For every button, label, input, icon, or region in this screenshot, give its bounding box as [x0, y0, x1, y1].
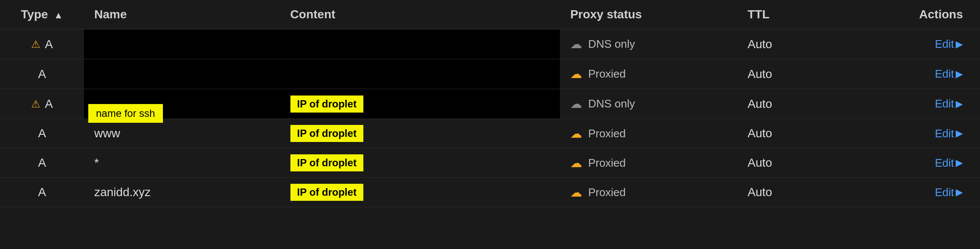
type-cell: A [0, 59, 84, 89]
proxy-cell: ☁ Proxied [560, 178, 737, 207]
cloud-proxied-icon: ☁ [570, 127, 582, 141]
proxy-cell: ☁ Proxied [560, 148, 737, 178]
content-cell: IP of droplet [280, 119, 560, 148]
content-cell: IP of droplet [280, 89, 560, 119]
type-cell: A [0, 148, 84, 178]
edit-arrow-icon: ▶ [956, 128, 963, 139]
col-header-actions: Actions [840, 0, 980, 29]
name-cell [84, 59, 280, 89]
table-row: A ☁ Proxied Auto E [0, 59, 980, 89]
content-badge: IP of droplet [290, 96, 364, 113]
content-cell [280, 29, 560, 59]
cloud-dns-icon: ☁ [570, 37, 582, 51]
name-cell: zanidd.xyz [84, 178, 280, 207]
ttl-cell: Auto [737, 148, 840, 178]
edit-arrow-icon: ▶ [956, 69, 963, 80]
type-cell: A [0, 119, 84, 148]
actions-cell: Edit ▶ [840, 59, 980, 89]
actions-cell: Edit ▶ [840, 178, 980, 207]
type-label: Type [21, 8, 48, 21]
ttl-cell: Auto [737, 89, 840, 119]
edit-button[interactable]: Edit ▶ [850, 127, 963, 140]
ttl-cell: Auto [737, 29, 840, 59]
table-row: A www IP of droplet ☁ Proxied Auto Edit [0, 119, 980, 148]
proxy-status-label: Proxied [588, 156, 626, 170]
ttl-cell: Auto [737, 119, 840, 148]
dns-records-table: Type ▲ Name Content Proxy status TTL Act… [0, 0, 980, 249]
proxy-status-label: DNS only [588, 97, 635, 110]
cloud-proxied-icon: ☁ [570, 156, 582, 170]
cloud-dns-icon: ☁ [570, 97, 582, 111]
edit-button[interactable]: Edit ▶ [850, 38, 963, 51]
content-cell: IP of droplet [280, 178, 560, 207]
edit-arrow-icon: ▶ [956, 98, 963, 110]
ttl-cell: Auto [737, 178, 840, 207]
ttl-cell: Auto [737, 59, 840, 89]
proxy-cell: ☁ DNS only [560, 29, 737, 59]
proxy-cell: ☁ Proxied [560, 119, 737, 148]
edit-button[interactable]: Edit ▶ [850, 67, 963, 81]
edit-label: Edit [935, 97, 954, 110]
proxy-status-label: Proxied [588, 186, 626, 199]
name-cell: www [84, 119, 280, 148]
name-cell: name for ssh [84, 89, 280, 119]
table-row: A * IP of droplet ☁ Proxied Auto Edit [0, 148, 980, 178]
type-cell: A [0, 178, 84, 207]
record-type: A [45, 97, 53, 111]
record-type: A [45, 38, 53, 51]
actions-cell: Edit ▶ [840, 89, 980, 119]
actions-cell: Edit ▶ [840, 148, 980, 178]
name-cell: * [84, 148, 280, 178]
name-cell [84, 29, 280, 59]
content-badge: IP of droplet [290, 125, 364, 142]
col-header-type[interactable]: Type ▲ [0, 0, 84, 29]
edit-arrow-icon: ▶ [956, 39, 963, 50]
sort-arrow-icon: ▲ [54, 10, 63, 21]
col-header-name: Name [84, 0, 280, 29]
cloud-proxied-icon: ☁ [570, 67, 582, 81]
record-type: A [38, 67, 46, 81]
edit-label: Edit [935, 156, 954, 170]
actions-cell: Edit ▶ [840, 119, 980, 148]
warning-icon: ⚠ [31, 98, 41, 110]
edit-arrow-icon: ▶ [956, 157, 963, 168]
content-badge: IP of droplet [290, 154, 364, 171]
type-cell: ⚠ A [0, 29, 84, 59]
edit-label: Edit [935, 127, 954, 140]
proxy-cell: ☁ Proxied [560, 59, 737, 89]
name-tooltip: name for ssh [88, 104, 163, 123]
record-type: A [38, 185, 46, 199]
content-cell [280, 59, 560, 89]
edit-label: Edit [935, 67, 954, 81]
warning-icon: ⚠ [31, 38, 41, 50]
content-cell: IP of droplet [280, 148, 560, 178]
record-type: A [38, 127, 46, 140]
content-badge: IP of droplet [290, 184, 364, 201]
proxy-cell: ☁ DNS only [560, 89, 737, 119]
proxy-status-label: Proxied [588, 127, 626, 140]
cloud-proxied-icon: ☁ [570, 185, 582, 200]
edit-label: Edit [935, 186, 954, 199]
edit-arrow-icon: ▶ [956, 187, 963, 198]
proxy-status-label: DNS only [588, 38, 635, 51]
col-header-content: Content [280, 0, 560, 29]
table-row: A zanidd.xyz IP of droplet ☁ Proxied Aut… [0, 178, 980, 207]
edit-button[interactable]: Edit ▶ [850, 186, 963, 199]
table-row: ⚠ A ☁ DNS only Auto [0, 29, 980, 59]
edit-button[interactable]: Edit ▶ [850, 156, 963, 170]
table-header: Type ▲ Name Content Proxy status TTL Act… [0, 0, 980, 29]
edit-label: Edit [935, 38, 954, 51]
actions-cell: Edit ▶ [840, 29, 980, 59]
record-type: A [38, 156, 46, 170]
proxy-status-label: Proxied [588, 67, 626, 81]
table-row: ⚠ A name for ssh IP of droplet [0, 89, 980, 119]
type-cell: ⚠ A [0, 89, 84, 119]
col-header-ttl: TTL [737, 0, 840, 29]
edit-button[interactable]: Edit ▶ [850, 97, 963, 110]
col-header-proxy: Proxy status [560, 0, 737, 29]
